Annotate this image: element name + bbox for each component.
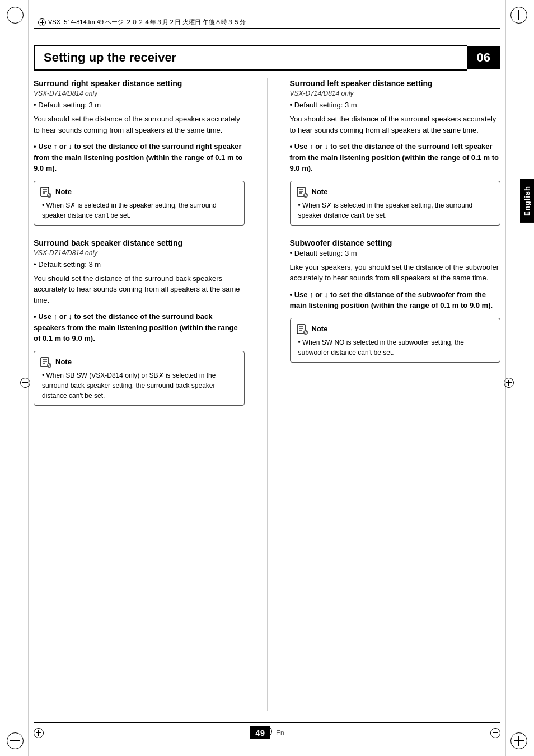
page-number: 49 — [255, 728, 265, 738]
subwoofer-title: Subwoofer distance setting — [290, 238, 501, 248]
surround-left-instruction: • Use ↑ or ↓ to set the distance of the … — [290, 141, 501, 174]
surround-right-note-header: ✎ Note — [40, 186, 238, 198]
surround-right-note: ✎ Note When S✗ is selected in the speake… — [34, 181, 245, 226]
subwoofer-note: ✎ Note When SW NO is selected in the sub… — [290, 318, 501, 363]
surround-back-note: ✎ Note When SB SW (VSX-D814 only) or SB✗… — [34, 351, 245, 406]
surround-back-body: You should set the distance of the surro… — [34, 273, 245, 306]
surround-right-note-content: When S✗ is selected in the speaker setti… — [40, 200, 238, 220]
surround-back-subtitle: VSX-D714/D814 only — [34, 249, 245, 257]
left-column: Surround right speaker distance setting … — [34, 78, 250, 711]
note-icon: ✎ — [40, 186, 52, 198]
page-number-box: 49 — [250, 726, 270, 739]
footer: 49 En — [34, 722, 500, 739]
subwoofer-note-header: ✎ Note — [296, 323, 495, 335]
surround-back-title: Surround back speaker distance setting — [34, 238, 245, 248]
top-bar: VSX_514-814.fm 49 ページ ２０２４年３月２日 火曜日 午後８時… — [34, 16, 500, 29]
subwoofer-default: • Default setting: 3 m — [290, 249, 501, 257]
page-header: Setting up the receiver 06 — [34, 45, 500, 71]
surround-back-note-header: ✎ Note — [40, 356, 238, 368]
mid-left-ch — [20, 378, 30, 388]
footer-left — [34, 728, 44, 738]
svg-text:✎: ✎ — [48, 364, 51, 368]
surround-right-default: • Default setting: 3 m — [34, 101, 245, 109]
column-divider — [267, 78, 268, 711]
note-icon-3: ✎ — [296, 186, 308, 198]
subwoofer-instruction: • Use ↑ or ↓ to set the distance of the … — [290, 289, 501, 311]
top-bar-crosshair — [38, 18, 46, 26]
footer-ch-right — [490, 728, 500, 738]
chapter-number-box: 06 — [467, 46, 500, 69]
surround-back-default: • Default setting: 3 m — [34, 260, 245, 269]
corner-bl — [7, 732, 24, 749]
english-tab: English — [520, 179, 534, 223]
subwoofer-body: Like your speakers, you should set the d… — [290, 262, 501, 284]
section-subwoofer: Subwoofer distance setting • Default set… — [290, 238, 501, 363]
section-surround-left: Surround left speaker distance setting V… — [290, 78, 501, 226]
note-icon-2: ✎ — [40, 356, 52, 368]
corner-tr — [510, 7, 527, 24]
footer-center: 49 En — [250, 726, 284, 739]
surround-left-note-content: When S✗ is selected in the speaker setti… — [296, 200, 495, 220]
section-surround-right: Surround right speaker distance setting … — [34, 78, 245, 226]
left-rule — [28, 0, 29, 756]
right-column: Surround left speaker distance setting V… — [284, 78, 501, 711]
surround-right-subtitle: VSX-D714/D814 only — [34, 90, 245, 97]
page-title: Setting up the receiver — [44, 50, 458, 65]
svg-text:✎: ✎ — [304, 194, 307, 198]
chapter-number: 06 — [477, 50, 490, 65]
page-title-box: Setting up the receiver — [34, 45, 467, 71]
main-content: Surround right speaker distance setting … — [34, 78, 500, 711]
corner-tl — [7, 7, 24, 24]
surround-left-title: Surround left speaker distance setting — [290, 78, 501, 88]
svg-text:✎: ✎ — [48, 194, 51, 198]
surround-left-body: You should set the distance of the surro… — [290, 114, 501, 135]
surround-right-title: Surround right speaker distance setting — [34, 78, 245, 88]
mid-right-ch — [504, 378, 514, 388]
corner-br — [510, 732, 527, 749]
surround-left-note: ✎ Note When S✗ is selected in the speake… — [290, 181, 501, 226]
surround-back-note-content: When SB SW (VSX-D814 only) or SB✗ is sel… — [40, 370, 238, 401]
footer-right — [490, 728, 500, 738]
surround-right-instruction: • Use ↑ or ↓ to set the distance of the … — [34, 141, 245, 174]
section-surround-back: Surround back speaker distance setting V… — [34, 238, 245, 406]
file-info: VSX_514-814.fm 49 ページ ２０２４年３月２日 火曜日 午後８時… — [48, 18, 246, 26]
note-icon-4: ✎ — [296, 323, 308, 335]
footer-en: En — [276, 729, 284, 737]
surround-right-body: You should set the distance of the surro… — [34, 114, 245, 135]
surround-left-note-header: ✎ Note — [296, 186, 495, 198]
surround-left-subtitle: VSX-D714/D814 only — [290, 90, 501, 97]
subwoofer-note-content: When SW NO is selected in the subwoofer … — [296, 337, 495, 358]
surround-left-default: • Default setting: 3 m — [290, 101, 501, 109]
footer-ch-left — [34, 728, 44, 738]
svg-text:✎: ✎ — [304, 331, 307, 335]
surround-back-instruction: • Use ↑ or ↓ to set the distance of the … — [34, 311, 245, 344]
